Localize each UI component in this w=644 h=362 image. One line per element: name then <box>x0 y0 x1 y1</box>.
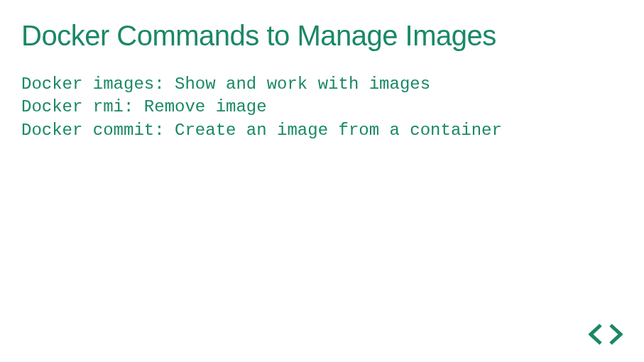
command-list: Docker images: Show and work with images… <box>21 73 623 142</box>
command-line: Docker rmi: Remove image <box>21 96 623 119</box>
command-line: Docker images: Show and work with images <box>21 73 623 96</box>
slide: Docker Commands to Manage Images Docker … <box>0 0 644 362</box>
slide-title: Docker Commands to Manage Images <box>21 20 623 52</box>
command-line: Docker commit: Create an image from a co… <box>21 119 623 142</box>
code-bracket-icon <box>589 324 623 345</box>
